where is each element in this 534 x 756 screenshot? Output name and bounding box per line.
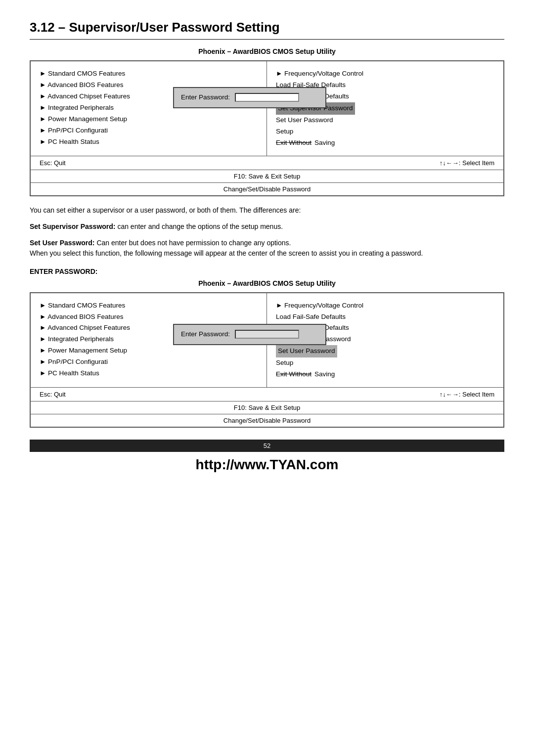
bios2-subtitle: Phoenix – AwardBIOS CMOS Setup Utility — [30, 279, 504, 287]
list-item: Exit Without Saving — [276, 137, 494, 149]
body-text-4: When you select this function, the follo… — [30, 249, 423, 257]
enter-password-dialog-1: Enter Password: — [173, 87, 326, 108]
list-item: ► Frequency/Voltage Control — [276, 300, 494, 311]
dialog-input-2[interactable] — [235, 330, 299, 339]
list-item: ► Power Management Setup — [40, 114, 258, 125]
bios1-right-column: ► Frequency/Voltage Control Load Fail-Sa… — [267, 61, 503, 156]
list-item: ► Advanced BIOS Features — [40, 311, 258, 323]
enter-password-dialog-2: Enter Password: — [173, 324, 326, 345]
bios2-footer-row1: Esc: Quit ↑↓←→: Select Item — [31, 388, 503, 401]
page-title: 3.12 – Supervisor/User Password Setting — [30, 20, 504, 40]
bios2-footer-row3: Change/Set/Disable Password — [31, 414, 503, 427]
bios2-main: ► Standard CMOS Features ► Advanced BIOS… — [31, 293, 503, 388]
bios2-esc-quit: Esc: Quit — [40, 391, 66, 398]
list-item: Set User Password — [276, 115, 494, 126]
body-text-3-rest: Can enter but does not have permission t… — [95, 239, 291, 247]
dialog-label-2: Enter Password: — [181, 329, 230, 340]
list-item: ► Standard CMOS Features — [40, 300, 258, 311]
body-text-3-bold: Set User Password: — [30, 239, 95, 247]
bios1-footer-row2: F10: Save & Exit Setup — [31, 170, 503, 183]
bios2-footer-row2: F10: Save & Exit Setup — [31, 401, 503, 414]
bios2-select-item: ↑↓←→: Select Item — [440, 391, 494, 398]
list-item: ► Power Management Setup — [40, 345, 258, 356]
list-item: ► Standard CMOS Features — [40, 68, 258, 80]
body-text-2-bold: Set Supervisor Password: — [30, 222, 116, 230]
bios1-esc-quit: Esc: Quit — [40, 159, 66, 167]
list-item: Exit Without Saving — [276, 369, 494, 380]
list-item: Setup — [276, 357, 494, 369]
dialog-input-1[interactable] — [235, 93, 299, 102]
bios2-right-column: ► Frequency/Voltage Control Load Fail-Sa… — [267, 293, 503, 388]
bios-box-1: ► Standard CMOS Features ► Advanced BIOS… — [30, 60, 504, 196]
page-number-bar: 52 — [30, 440, 504, 452]
body-text-3: Set User Password: Can enter but does no… — [30, 238, 504, 259]
list-item-highlighted: Set User Password — [276, 345, 494, 357]
bios1-subtitle: Phoenix – AwardBIOS CMOS Setup Utility — [30, 47, 504, 55]
bios1-left-column: ► Standard CMOS Features ► Advanced BIOS… — [31, 61, 267, 156]
tyan-url: http://www.TYAN.com — [30, 457, 504, 473]
enter-password-heading: ENTER PASSWORD: — [30, 267, 504, 275]
bios1-main: ► Standard CMOS Features ► Advanced BIOS… — [31, 61, 503, 156]
dialog-label-1: Enter Password: — [181, 92, 230, 103]
body-text-2-rest: can enter and change the options of the … — [116, 222, 283, 230]
list-item: ► PnP/PCI Configurati — [40, 125, 258, 136]
body-text-2: Set Supervisor Password: can enter and c… — [30, 222, 504, 232]
bios1-footer-row1: Esc: Quit ↑↓←→: Select Item — [31, 156, 503, 170]
page-number: 52 — [264, 442, 270, 449]
list-item: ► PC Health Status — [40, 136, 258, 148]
body-text-1: You can set either a supervisor or a use… — [30, 205, 504, 216]
list-item: ► PnP/PCI Configurati — [40, 356, 258, 368]
bios1-select-item: ↑↓←→: Select Item — [440, 159, 494, 167]
bios1-footer-row3: Change/Set/Disable Password — [31, 183, 503, 195]
list-item: Load Fail-Safe Defaults — [276, 311, 494, 323]
list-item: Setup — [276, 126, 494, 137]
list-item: ► PC Health Status — [40, 368, 258, 379]
list-item: ► Frequency/Voltage Control — [276, 68, 494, 80]
bios-box-2: ► Standard CMOS Features ► Advanced BIOS… — [30, 292, 504, 428]
